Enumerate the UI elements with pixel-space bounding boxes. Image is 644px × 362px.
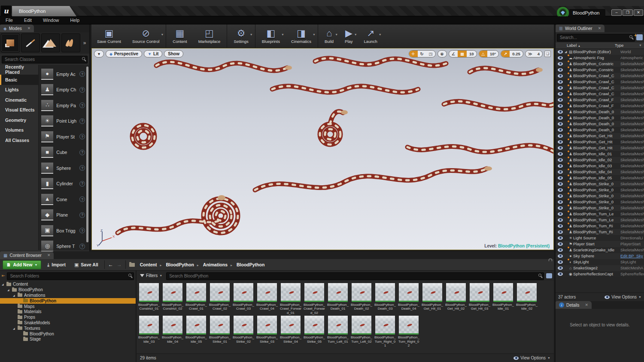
outliner-row[interactable]: ◢ ♟ BloodPython_Crawl_C SkeletalMesh [556,85,644,91]
asset-tile[interactable]: BloodPython_Turn_Right_01 [374,315,397,348]
visibility-eye-icon[interactable] [558,122,563,126]
chevron-down-icon[interactable]: ▼ [313,33,316,36]
outliner-row[interactable]: ◢ ⌂ SnakeStage2 StaticMeshA [556,265,644,271]
visibility-eye-icon[interactable] [558,242,563,246]
save-search-icon[interactable] [546,273,552,278]
asset-tile[interactable]: BloodPython_Crawl_01 [185,282,208,315]
mode-tab[interactable] [1,33,20,52]
asset-tile[interactable]: BloodPython_Strike_03 [255,315,279,348]
placeable-item[interactable]: ⚑ Player St ? [41,129,85,145]
visibility-eye-icon[interactable] [558,74,563,78]
mode-category[interactable]: Visual Effects [0,105,38,115]
folder-tree-item[interactable]: ◢ BloodPython [0,331,136,337]
help-icon[interactable]: ? [79,71,85,77]
back-button[interactable]: ← [108,262,113,268]
folder-tree-item[interactable]: ◢ Props [0,314,136,320]
project-tab[interactable]: BloodPython [12,6,76,16]
folder-tree-item[interactable]: ◢ Content [0,282,136,287]
folder-tree-item[interactable]: ◢ Animations [0,293,136,298]
asset-tile[interactable]: BloodPython_Strike_05 [303,315,326,348]
visibility-eye-icon[interactable] [558,224,563,228]
visibility-eye-icon[interactable] [558,200,563,204]
help-icon[interactable]: ? [79,228,85,233]
content-view-options-button[interactable]: View Options ▼ [513,356,550,360]
expand-arrow-icon[interactable]: ◢ [13,327,16,330]
help-icon[interactable]: ? [79,244,85,249]
outliner-row[interactable]: ◢ ♟ BloodPython_Strike_0 SkeletalMesh [556,199,644,205]
toolbar-button[interactable]: ▶ Play ▼ [339,24,358,48]
asset-tile[interactable]: BloodPython_Turn_Left_01 [326,315,349,348]
menu-item[interactable]: Edit [18,18,37,23]
visibility-eye-icon[interactable] [558,266,563,270]
outliner-row[interactable]: ◢ ♟ BloodPython_Turn_Le SkeletalMesh [556,217,644,223]
visibility-eye-icon[interactable] [558,128,563,132]
outliner-row[interactable]: ◢ ♟ BloodPython_Death_0 SkeletalMesh [556,115,644,121]
asset-tile[interactable]: BloodPython_Death_03 [374,282,397,315]
asset-tile[interactable]: BloodPython_Crawl_04 [255,282,279,315]
outliner-row[interactable]: ◢ ♟ BloodPython_Idle_01 SkeletalMesh [556,151,644,157]
toolbar-button[interactable]: ◨ Cinematics ▼ [286,24,317,48]
outliner-row[interactable]: ◢ ◐ SkyLight SkyLight [556,259,644,265]
asset-tile[interactable]: BloodPython_Get_Hit_02 [444,282,468,315]
outliner-row[interactable]: ◢ ♟ BloodPython_Constric SkeletalMesh [556,67,644,73]
type-column-header[interactable]: Type [615,43,639,48]
mode-tab[interactable] [21,33,40,52]
level-name-link[interactable]: BloodPython (Persistent) [498,244,550,248]
chevron-down-icon[interactable]: ▼ [354,33,357,36]
toolbar-button[interactable]: ⚙ Settings ▼ [227,24,254,48]
chevron-down-icon[interactable]: ▼ [250,33,253,36]
asset-tile[interactable]: BloodPython_Strike_02 [232,315,255,348]
outliner-row[interactable]: ◢ ♟ BloodPython_Idle_04 SkeletalMesh [556,169,644,175]
close-icon[interactable]: ✕ [598,26,601,30]
new-folder-icon[interactable] [636,34,643,40]
visibility-eye-icon[interactable] [558,230,563,234]
search-classes-input[interactable] [2,56,88,63]
visibility-eye-icon[interactable] [558,182,563,186]
outliner-row[interactable]: ◢ ♟ BloodPython_Get_Hit SkeletalMesh [556,139,644,145]
asset-tile[interactable]: BloodPython_Idle_02 [515,282,538,315]
outliner-row[interactable]: ◢ ● Sky Sphere Edit BP_Sky [556,253,644,259]
visibility-eye-icon[interactable] [558,140,563,144]
modes-tab[interactable]: ◈ Modes ✕ [0,24,34,32]
rotation-snap-value[interactable]: 10° [487,51,498,57]
placeable-item[interactable]: ▣ Box Trigg ? [41,223,85,239]
placeable-item[interactable]: ∴ Empty Pa ? [41,98,85,114]
visibility-eye-icon[interactable] [558,158,563,162]
menu-item[interactable]: Window [37,18,64,23]
outliner-row[interactable]: ◢ ♟ BloodPython_Crawl_C SkeletalMesh [556,91,644,97]
mode-tab[interactable] [61,33,80,52]
asset-tile[interactable]: BloodPython_Turn_Left_02 [350,315,373,348]
outliner-row[interactable]: ◢ ♟ BloodPython_Idle_05 SkeletalMesh [556,175,644,181]
close-icon[interactable]: ✕ [585,303,589,307]
outliner-row[interactable]: ◢ ♟ BloodPython_Strike_0 SkeletalMesh [556,193,644,199]
surface-snap-button[interactable]: ∠ [449,51,458,57]
outliner-row[interactable]: ◢ ♟ BloodPython_Crawl_F SkeletalMesh [556,103,644,109]
menu-item[interactable]: Help [64,18,85,23]
outliner-row[interactable]: ◢ ▤ BloodPython (Editor) World [556,49,644,55]
outliner-row[interactable]: ◢ ♟ BloodPython_Strike_0 SkeletalMesh [556,205,644,211]
outliner-search-input[interactable] [557,34,635,42]
outliner-row[interactable]: ◢ ♟ BloodPython_Crawl_C SkeletalMesh [556,73,644,79]
help-icon[interactable]: ? [79,181,85,187]
visibility-eye-icon[interactable] [558,92,563,96]
help-icon[interactable]: ? [79,103,85,108]
details-tab[interactable]: i Details ✕ [556,301,592,309]
visibility-eye-icon[interactable] [558,62,563,66]
help-icon[interactable]: ? [79,150,85,155]
visibility-eye-icon[interactable] [558,260,563,264]
outliner-row[interactable]: ◢ ♟ BloodPython_Get_Hit SkeletalMesh [556,145,644,151]
minimize-button[interactable]: – [611,9,622,16]
outliner-row[interactable]: ◢ ♟ BloodPython_Idle_02 SkeletalMesh [556,157,644,163]
outliner-row[interactable]: ◢ ♟ BloodPython_Death_0 SkeletalMesh [556,109,644,115]
visibility-eye-icon[interactable] [558,110,563,114]
outliner-row[interactable]: ◢ ♟ BloodPython_Get_Hit SkeletalMesh [556,133,644,139]
camera-speed-value[interactable]: 4 [535,51,542,57]
visibility-eye-icon[interactable] [558,248,563,252]
mode-category[interactable]: Recently Placed [0,65,38,75]
scrollbar[interactable] [86,66,88,242]
world-outliner-tab[interactable]: ☰ World Outliner ✕ [556,24,605,32]
grid-snap-value[interactable]: 10 [467,51,477,57]
outliner-row[interactable]: ◢ ♟ BloodPython_Crawl_F SkeletalMesh [556,97,644,103]
level-viewport[interactable]: ▾ ◆Perspective ▼Lit Show ✛ ↻ ◳ ⊕ ∠ ▦ 10 … [91,48,554,250]
chevron-down-icon[interactable]: ▼ [161,33,164,36]
